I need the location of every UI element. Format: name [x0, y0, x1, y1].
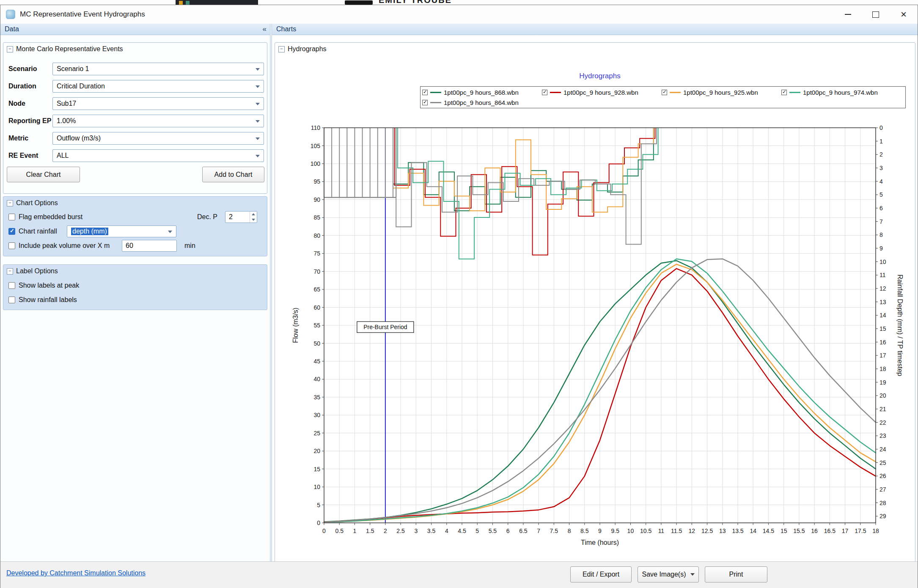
- legend-item[interactable]: 1pt00pc_9 hours_974.wbn: [781, 87, 901, 97]
- chart-rainfall-checkbox[interactable]: [8, 228, 15, 235]
- svg-text:2: 2: [384, 528, 387, 534]
- svg-text:16: 16: [880, 339, 886, 346]
- collapse-group-icon[interactable]: [7, 268, 13, 275]
- svg-text:17: 17: [842, 528, 849, 534]
- svg-text:2.5: 2.5: [396, 528, 405, 534]
- scenario-value: Scenario 1: [57, 65, 89, 73]
- add-to-chart-button[interactable]: Add to Chart: [202, 167, 264, 182]
- maximize-icon: [872, 11, 879, 18]
- chevron-down-icon: [256, 120, 260, 123]
- svg-text:15: 15: [880, 325, 886, 332]
- svg-text:9: 9: [880, 245, 883, 252]
- svg-text:30: 30: [313, 412, 320, 418]
- svg-text:Rainfall Depth (mm) / TP times: Rainfall Depth (mm) / TP timestep: [896, 275, 904, 376]
- svg-text:17: 17: [880, 352, 886, 359]
- dec-p-label: Dec. P: [197, 213, 217, 221]
- rainfall-type-select[interactable]: depth (mm): [67, 225, 176, 237]
- svg-text:16: 16: [811, 528, 818, 534]
- svg-text:7.5: 7.5: [550, 528, 558, 534]
- show-rainfall-labels-checkbox[interactable]: [8, 297, 15, 303]
- re-event-select[interactable]: ALL: [52, 149, 264, 162]
- svg-text:5: 5: [317, 502, 320, 508]
- chart-options-group: Chart Options Flag embedded burst Dec. P…: [3, 196, 267, 256]
- collapse-group-icon[interactable]: [278, 46, 285, 52]
- legend-checkbox[interactable]: [422, 90, 428, 95]
- peak-volume-unit-row: min: [184, 240, 195, 252]
- reporting-ep-row: Reporting EP: [8, 115, 51, 127]
- svg-text:19: 19: [880, 379, 886, 386]
- edit-export-button[interactable]: Edit / Export: [570, 566, 632, 583]
- svg-text:Pre-Burst Period: Pre-Burst Period: [363, 324, 407, 330]
- collapse-group-icon[interactable]: [7, 46, 13, 52]
- legend-item[interactable]: 1pt00pc_9 hours_868.wbn: [422, 87, 542, 97]
- reporting-ep-select[interactable]: 1.00%: [52, 115, 264, 127]
- maximize-button[interactable]: [862, 5, 890, 24]
- svg-text:24: 24: [880, 446, 886, 453]
- chart-legend: 1pt00pc_9 hours_868.wbn1pt00pc_9 hours_9…: [420, 86, 906, 108]
- svg-text:12.5: 12.5: [701, 528, 713, 534]
- duration-row: Duration: [8, 80, 36, 93]
- legend-line-swatch: [430, 92, 441, 93]
- peak-volume-minutes-input[interactable]: 60: [122, 240, 177, 252]
- minimize-button[interactable]: [834, 5, 862, 24]
- chevron-down-icon: [256, 137, 260, 140]
- svg-text:4: 4: [445, 528, 448, 534]
- credit-link[interactable]: Developed by Catchment Simulation Soluti…: [6, 569, 146, 577]
- dec-p-spinner[interactable]: 2: [225, 211, 257, 223]
- svg-text:29: 29: [880, 513, 886, 519]
- svg-text:10: 10: [627, 528, 634, 534]
- include-peak-volume-checkbox[interactable]: [8, 242, 15, 249]
- svg-text:18: 18: [880, 365, 886, 372]
- print-button[interactable]: Print: [705, 566, 767, 583]
- legend-line-swatch: [430, 102, 441, 103]
- svg-text:55: 55: [313, 322, 320, 329]
- legend-item[interactable]: 1pt00pc_9 hours_925.wbn: [662, 87, 781, 97]
- show-labels-at-peak-checkbox[interactable]: [8, 282, 15, 289]
- svg-text:110: 110: [311, 124, 321, 131]
- node-select[interactable]: Sub17: [52, 97, 264, 110]
- background-toolbar-icon: [186, 1, 190, 5]
- legend-checkbox[interactable]: [422, 100, 428, 105]
- window-title: MC Representative Event Hydrographs: [20, 10, 145, 19]
- svg-text:35: 35: [313, 394, 320, 401]
- legend-label: 1pt00pc_9 hours_868.wbn: [444, 89, 519, 96]
- data-panel-title: Data: [5, 25, 19, 33]
- svg-text:9: 9: [598, 528, 602, 534]
- legend-item[interactable]: 1pt00pc_9 hours_928.wbn: [542, 87, 662, 97]
- legend-checkbox[interactable]: [662, 90, 667, 95]
- spinner-down-button[interactable]: [250, 217, 257, 223]
- spinner-up-button[interactable]: [250, 212, 257, 217]
- reporting-ep-label: Reporting EP: [8, 117, 51, 125]
- svg-text:14: 14: [750, 528, 756, 534]
- svg-text:28: 28: [880, 500, 886, 506]
- svg-text:20: 20: [880, 392, 886, 399]
- legend-checkbox[interactable]: [781, 90, 787, 95]
- collapse-group-icon[interactable]: [7, 200, 13, 206]
- flag-embedded-burst-checkbox[interactable]: [8, 214, 15, 220]
- svg-text:70: 70: [313, 268, 320, 275]
- close-icon: ×: [901, 9, 907, 19]
- clear-chart-button[interactable]: Clear Chart: [7, 167, 80, 182]
- show-labels-at-peak-label: Show labels at peak: [19, 282, 79, 289]
- close-button[interactable]: ×: [890, 5, 918, 24]
- duration-select[interactable]: Critical Duration: [52, 80, 264, 93]
- metric-select[interactable]: Outflow (m3/s): [52, 132, 264, 145]
- svg-text:3: 3: [880, 165, 883, 171]
- legend-item[interactable]: 1pt00pc_9 hours_864.wbn: [422, 97, 542, 107]
- svg-text:90: 90: [313, 196, 320, 203]
- save-images-button[interactable]: Save Image(s): [638, 566, 699, 583]
- svg-text:75: 75: [313, 250, 320, 257]
- chart-rainfall-label: Chart rainfall: [19, 228, 57, 235]
- chevron-down-icon: [256, 85, 260, 88]
- svg-text:20: 20: [313, 448, 320, 454]
- scenario-select[interactable]: Scenario 1: [52, 63, 264, 75]
- label-options-title: Label Options: [16, 267, 58, 275]
- svg-text:2: 2: [880, 151, 883, 158]
- svg-text:0.5: 0.5: [335, 528, 344, 534]
- data-panel-header: Data «: [0, 24, 270, 35]
- collapse-panel-button[interactable]: «: [263, 25, 267, 33]
- flag-embedded-burst-row: Flag embedded burst: [8, 211, 82, 223]
- charts-panel: Hydrographs 00.511.522.533.544.555.566.5…: [272, 35, 918, 561]
- legend-checkbox[interactable]: [542, 90, 547, 95]
- svg-text:5.5: 5.5: [489, 528, 497, 534]
